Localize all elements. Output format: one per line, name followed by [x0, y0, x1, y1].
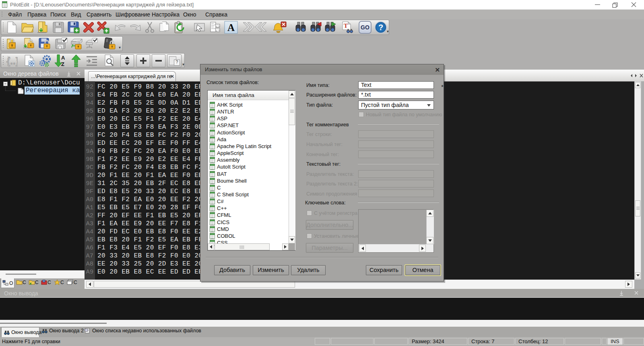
svg-text:A: A	[61, 55, 65, 61]
svg-text:{..}: {..}	[6, 56, 18, 66]
svg-text:?: ?	[378, 23, 383, 32]
svg-text:Z: Z	[61, 61, 64, 67]
svg-text:T: T	[344, 23, 348, 29]
